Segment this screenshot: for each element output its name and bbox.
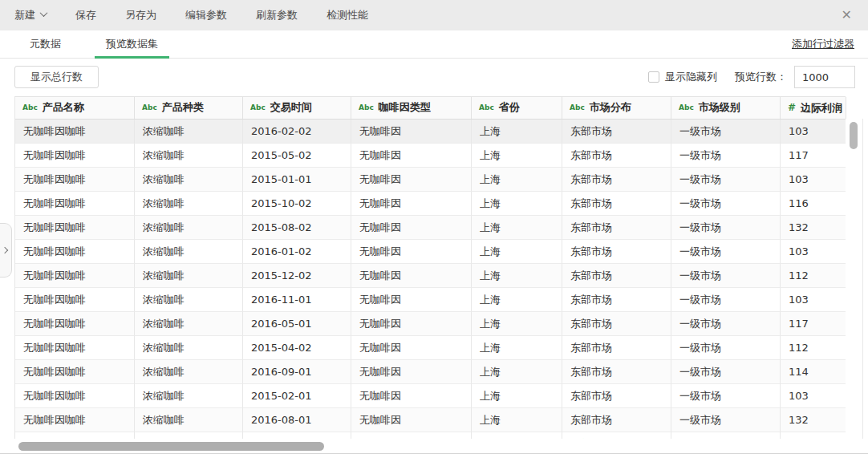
table-cell: 上海 — [472, 144, 562, 168]
show-total-rows-button[interactable]: 显示总行数 — [14, 66, 99, 88]
table-cell: 东部市场 — [562, 312, 671, 336]
text-type-icon: Abc — [22, 103, 38, 111]
table-cell: 上海 — [472, 336, 562, 360]
table-cell: 103 — [781, 240, 846, 264]
table-cell: 一级市场 — [671, 120, 781, 144]
preview-rows-input[interactable] — [794, 66, 855, 88]
column-header-label: 产品种类 — [162, 101, 204, 113]
table-row: 无咖啡因咖啡浓缩咖啡2015-05-02无咖啡因上海东部市场一级市场117 — [15, 144, 846, 168]
add-row-filter-link[interactable]: 添加行过滤器 — [792, 37, 854, 51]
close-icon[interactable]: ✕ — [842, 9, 852, 22]
column-header[interactable]: Abc产品种类 — [135, 97, 243, 119]
new-button[interactable]: 新建 — [14, 8, 47, 22]
table-cell: 2015-01-01 — [243, 168, 351, 192]
text-type-icon: Abc — [679, 103, 694, 111]
table-cell: 2016-08-01 — [243, 408, 351, 432]
table-cell: 无咖啡因咖啡 — [15, 312, 135, 336]
table-cell: 一级市场 — [671, 240, 781, 264]
tab-preview-dataset[interactable]: 预览数据集 — [104, 30, 160, 59]
edit-params-button[interactable]: 编辑参数 — [185, 8, 227, 22]
table-cell: 东部市场 — [562, 288, 671, 312]
table-cell: 上海 — [472, 120, 562, 144]
show-hidden-columns-checkbox[interactable] — [648, 71, 659, 83]
chevron-down-icon — [40, 9, 48, 17]
table-cell: 无咖啡因 — [351, 408, 472, 432]
horizontal-scrollbar[interactable] — [0, 439, 868, 453]
table-cell: 117 — [781, 144, 846, 168]
table-cell: 浓缩咖啡 — [135, 360, 243, 384]
table-cell: 无咖啡因咖啡 — [15, 384, 135, 408]
table-cell: 上海 — [472, 192, 562, 216]
table-cell: 无咖啡因咖啡 — [15, 120, 135, 144]
table-cell: 东部市场 — [562, 216, 671, 240]
check-performance-button[interactable]: 检测性能 — [327, 8, 368, 22]
table-cell: 无咖啡因 — [351, 312, 472, 336]
show-hidden-columns-label: 显示隐藏列 — [665, 70, 717, 84]
edit-params-label: 编辑参数 — [185, 8, 227, 22]
table-cell: 上海 — [472, 384, 562, 408]
table-cell: 无咖啡因 — [351, 360, 472, 384]
column-header[interactable]: Abc产品名称 — [15, 97, 135, 119]
table-row: 无咖啡因咖啡浓缩咖啡2016-08-01无咖啡因上海东部市场一级市场132 — [15, 408, 846, 432]
table-box: Abc产品名称Abc产品种类Abc交易时间Abc咖啡因类型Abc省份Abc市场分… — [14, 96, 846, 441]
table-cell: 无咖啡因 — [351, 216, 472, 240]
text-type-icon: Abc — [570, 103, 585, 111]
table-cell: 2016-11-01 — [243, 288, 351, 312]
table-cell: 一级市场 — [671, 408, 781, 432]
tab-metadata[interactable]: 元数据 — [28, 30, 63, 59]
table-row: 无咖啡因咖啡浓缩咖啡2016-01-02无咖啡因上海东部市场一级市场103 — [15, 240, 846, 264]
table-row: 无咖啡因咖啡浓缩咖啡2016-11-01无咖啡因上海东部市场一级市场103 — [15, 288, 846, 312]
table-cell: 东部市场 — [562, 168, 671, 192]
table-cell: 上海 — [472, 240, 562, 264]
table-cell: 一级市场 — [671, 312, 781, 336]
table-cell: 2015-08-02 — [243, 216, 351, 240]
save-button[interactable]: 保存 — [75, 8, 96, 22]
table-row: 无咖啡因咖啡浓缩咖啡2015-08-02无咖啡因上海东部市场一级市场132 — [15, 216, 846, 240]
table-row: 无咖啡因咖啡浓缩咖啡2015-12-02无咖啡因上海东部市场一级市场112 — [15, 264, 846, 288]
column-header-label: 产品名称 — [43, 101, 84, 113]
table-cell: 一级市场 — [671, 384, 781, 408]
table-cell: 一级市场 — [671, 264, 781, 288]
table-cell: 浓缩咖啡 — [135, 144, 243, 168]
table-cell: 无咖啡因 — [351, 336, 472, 360]
save-as-button-label: 另存为 — [125, 8, 156, 22]
table-cell: 东部市场 — [562, 408, 671, 432]
column-header[interactable]: Abc咖啡因类型 — [351, 97, 472, 119]
new-button-label: 新建 — [14, 8, 35, 22]
dataset-edit-window: 新建 保存 另存为 编辑参数 刷新参数 检测性能 ✕ 元数据 预览数据集 添加行… — [0, 0, 868, 454]
table-cell: 东部市场 — [562, 384, 671, 408]
preview-controls-row: 显示总行数 显示隐藏列 预览行数： — [0, 66, 868, 88]
text-type-icon: Abc — [359, 103, 374, 111]
table-cell: 116 — [781, 192, 846, 216]
horizontal-scrollbar-thumb[interactable] — [18, 442, 324, 451]
column-header[interactable]: Abc市场级别 — [671, 97, 781, 119]
table-cell: 2015-10-02 — [243, 192, 351, 216]
vertical-scrollbar-thumb[interactable] — [850, 122, 858, 149]
table-cell: 132 — [781, 408, 846, 432]
table-cell: 2015-05-02 — [243, 144, 351, 168]
save-as-button[interactable]: 另存为 — [125, 8, 156, 22]
expand-left-panel-handle[interactable] — [0, 223, 12, 278]
refresh-params-button[interactable]: 刷新参数 — [256, 8, 298, 22]
table-cell: 浓缩咖啡 — [135, 120, 243, 144]
number-type-icon: # — [788, 102, 796, 113]
table-cell: 东部市场 — [562, 192, 671, 216]
column-header[interactable]: Abc市场分布 — [562, 97, 671, 119]
column-header[interactable]: Abc省份 — [472, 97, 562, 119]
table-cell: 浓缩咖啡 — [135, 240, 243, 264]
table-row: 无咖啡因咖啡浓缩咖啡2016-02-02无咖啡因上海东部市场一级市场103 — [15, 120, 846, 144]
table-row: 无咖啡因咖啡浓缩咖啡2015-04-02无咖啡因上海东部市场一级市场112 — [15, 336, 846, 360]
table-cell: 无咖啡因咖啡 — [15, 192, 135, 216]
table-cell: 无咖啡因咖啡 — [15, 240, 135, 264]
column-header[interactable]: Abc交易时间 — [243, 97, 351, 119]
column-header[interactable]: #边际利润 — [781, 97, 846, 119]
vertical-scrollbar[interactable] — [846, 119, 863, 440]
table-cell: 上海 — [472, 168, 562, 192]
table-cell: 浓缩咖啡 — [135, 384, 243, 408]
table-cell: 上海 — [472, 408, 562, 432]
table-cell: 无咖啡因 — [351, 264, 472, 288]
table-cell: 无咖啡因 — [351, 384, 472, 408]
table-cell: 一级市场 — [671, 168, 781, 192]
table-cell: 东部市场 — [562, 144, 671, 168]
table-cell: 132 — [781, 216, 846, 240]
